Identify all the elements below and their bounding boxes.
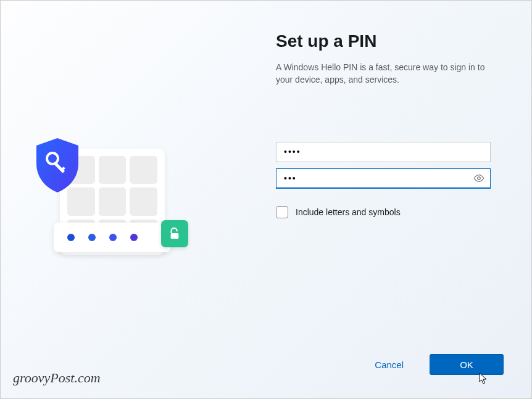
svg-rect-3 [171, 233, 179, 239]
confirm-pin-input[interactable] [276, 168, 491, 189]
pin-illustration [38, 136, 198, 272]
include-letters-label: Include letters and symbols [296, 207, 401, 217]
dialog-subtitle: A Windows Hello PIN is a fast, secure wa… [276, 61, 491, 86]
shield-key-icon [31, 136, 83, 194]
eye-reveal-icon[interactable] [473, 173, 484, 184]
dialog-title: Set up a PIN [276, 31, 491, 51]
svg-point-4 [478, 176, 481, 179]
ok-button[interactable]: OK [430, 354, 504, 375]
unlock-icon [161, 220, 188, 247]
pin-dots-graphic [54, 223, 171, 252]
cancel-button[interactable]: Cancel [366, 355, 412, 375]
new-pin-input[interactable] [276, 142, 491, 162]
include-letters-checkbox[interactable] [276, 206, 288, 218]
watermark-text: groovyPost.com [13, 370, 101, 386]
